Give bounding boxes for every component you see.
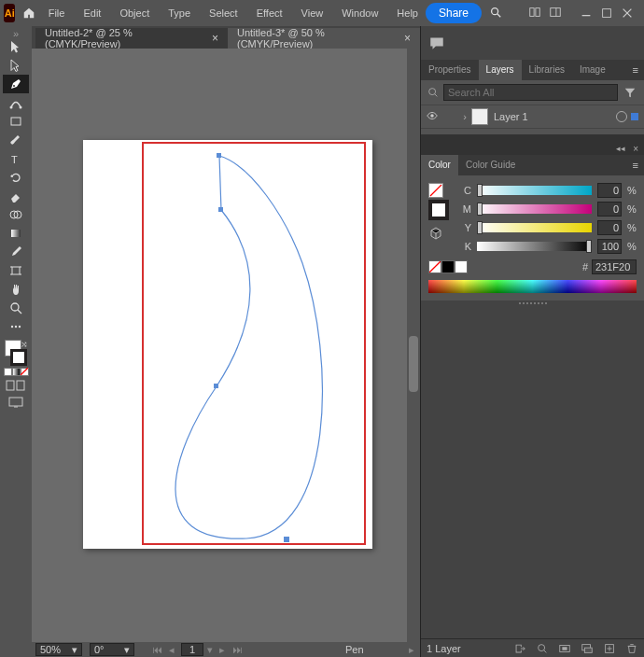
doc-tab-0[interactable]: Untitled-2* @ 25 % (CMYK/Preview) × <box>35 28 228 49</box>
layer-selection-indicator[interactable] <box>631 113 638 120</box>
color-mode-none[interactable] <box>21 368 29 376</box>
menu-effect[interactable]: Effect <box>249 0 290 26</box>
close-button[interactable] <box>618 5 637 21</box>
color-out-of-gamut[interactable] <box>428 226 443 241</box>
minimize-button[interactable] <box>577 5 595 21</box>
eraser-tool[interactable] <box>3 187 29 205</box>
locate-object-button[interactable] <box>536 642 549 655</box>
home-button[interactable] <box>21 1 36 25</box>
selection-tool[interactable] <box>3 37 29 56</box>
panel-collapse-button[interactable]: ◂◂ <box>616 144 625 153</box>
nav-first[interactable]: ⏮ <box>151 644 162 655</box>
search-button[interactable] <box>489 6 502 21</box>
vertical-scrollbar[interactable] <box>407 49 420 644</box>
scroll-thumb[interactable] <box>409 336 418 392</box>
new-layer-button[interactable] <box>603 642 616 655</box>
workspace-button[interactable] <box>549 6 562 21</box>
swatch-none[interactable] <box>428 260 441 273</box>
tab-libraries[interactable]: Libraries <box>522 60 572 80</box>
panel-close-button[interactable]: × <box>633 144 638 154</box>
layer-expand-toggle[interactable]: › <box>458 111 471 122</box>
canvas[interactable]: 50% ▾ 0° ▾ ⏮ ◂ 1 ▾ ▸ ⏭ Pen ▸ <box>32 49 420 657</box>
anchor-point[interactable] <box>217 153 221 158</box>
artboard-tool[interactable] <box>3 261 29 280</box>
value-m[interactable]: 0 <box>597 202 622 217</box>
doc-tab-close[interactable]: × <box>212 32 218 45</box>
chevron-down-icon[interactable]: ▾ <box>207 644 213 656</box>
menu-help[interactable]: Help <box>389 0 426 26</box>
comments-icon[interactable] <box>428 35 445 51</box>
anchor-point[interactable] <box>218 207 223 212</box>
delete-layer-button[interactable] <box>625 642 638 655</box>
layer-visibility-toggle[interactable] <box>421 109 443 124</box>
slider-c[interactable] <box>477 186 592 195</box>
menu-file[interactable]: File <box>41 0 73 26</box>
anchor-point[interactable] <box>214 384 218 388</box>
direct-selection-tool[interactable] <box>3 56 29 75</box>
nav-last[interactable]: ⏭ <box>231 644 243 655</box>
menu-select[interactable]: Select <box>202 0 245 26</box>
tab-color-guide[interactable]: Color Guide <box>458 155 523 175</box>
color-fill-swatch[interactable] <box>428 183 443 198</box>
tab-layers[interactable]: Layers <box>479 60 522 80</box>
swatch-black[interactable] <box>441 260 455 273</box>
menu-type[interactable]: Type <box>161 0 198 26</box>
color-stroke-swatch[interactable] <box>428 200 449 220</box>
fill-stroke-control[interactable]: ⤭ <box>3 340 29 366</box>
panel-resize-grip[interactable] <box>421 301 644 306</box>
panel-menu-button[interactable]: ≡ <box>627 64 644 76</box>
tab-color[interactable]: Color <box>421 155 458 175</box>
tab-image-trace[interactable]: Image Tra <box>572 60 627 80</box>
paintbrush-tool[interactable] <box>3 131 29 149</box>
slider-k[interactable] <box>477 242 592 251</box>
value-y[interactable]: 0 <box>597 220 622 235</box>
rotate-tool[interactable] <box>3 168 29 187</box>
panel-menu-button[interactable]: ≡ <box>627 160 644 171</box>
zoom-tool[interactable] <box>3 299 29 317</box>
scroll-right-icon[interactable]: ▸ <box>409 644 414 656</box>
menu-window[interactable]: Window <box>334 0 385 26</box>
layer-target-button[interactable] <box>616 111 627 122</box>
color-mode-gradient[interactable] <box>12 368 21 376</box>
artboard-number[interactable]: 1 <box>181 643 203 656</box>
nav-prev[interactable]: ◂ <box>166 644 177 655</box>
share-button[interactable]: Share <box>426 3 482 23</box>
swap-fill-stroke-icon[interactable]: ⤭ <box>21 340 28 349</box>
eyedropper-tool[interactable] <box>3 243 29 261</box>
toolbar-expander[interactable]: » <box>0 30 32 37</box>
curvature-tool[interactable] <box>3 93 29 112</box>
edit-toolbar[interactable] <box>3 317 29 336</box>
slider-m[interactable] <box>477 204 592 214</box>
layer-row[interactable]: › Layer 1 <box>421 105 644 129</box>
tab-properties[interactable]: Properties <box>421 60 479 80</box>
swatch-white[interactable] <box>455 260 468 273</box>
menu-view[interactable]: View <box>294 0 331 26</box>
layer-name[interactable]: Layer 1 <box>494 111 528 122</box>
hand-tool[interactable] <box>3 280 29 299</box>
nav-next[interactable]: ▸ <box>217 644 228 655</box>
draw-mode[interactable] <box>3 378 29 393</box>
screen-mode[interactable] <box>3 395 29 410</box>
stroke-swatch[interactable] <box>10 349 27 366</box>
menu-object[interactable]: Object <box>112 0 157 26</box>
doc-tab-1[interactable]: Untitled-3* @ 50 % (CMYK/Preview) × <box>228 28 420 49</box>
value-c[interactable]: 0 <box>597 183 622 198</box>
hex-input[interactable]: 231F20 <box>592 259 637 274</box>
color-mode-solid[interactable] <box>4 368 12 376</box>
menu-edit[interactable]: Edit <box>76 0 108 26</box>
new-sublayer-button[interactable] <box>581 642 594 655</box>
maximize-button[interactable] <box>597 5 616 21</box>
zoom-select[interactable]: 50% ▾ <box>35 643 82 656</box>
pen-tool[interactable] <box>3 75 29 93</box>
clipping-mask-button[interactable] <box>558 642 571 655</box>
slider-y[interactable] <box>477 223 592 232</box>
arrange-button[interactable] <box>528 6 541 21</box>
rotation-select[interactable]: 0° ▾ <box>90 643 134 656</box>
shapebuilder-tool[interactable] <box>3 205 29 224</box>
type-tool[interactable]: T <box>3 149 29 168</box>
layers-search-input[interactable] <box>443 84 618 101</box>
export-asset-button[interactable] <box>513 642 526 655</box>
anchor-point-selected[interactable] <box>284 537 289 542</box>
doc-tab-close[interactable]: × <box>404 32 411 45</box>
rectangle-tool[interactable] <box>3 112 29 131</box>
